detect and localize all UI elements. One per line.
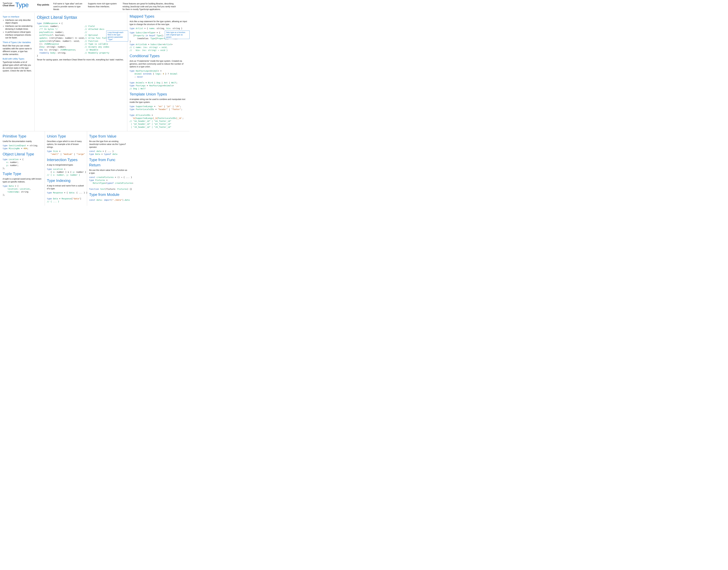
type-from-func-return-title: Type from Func Return [89, 157, 127, 168]
key-points-label: Key points [37, 3, 49, 6]
mapped-types-desc: Acts like a map statement for the type s… [130, 20, 190, 26]
conditional-types-title: Conditional Types [130, 53, 190, 58]
primitive-type-code: type SanitizedInput = string; type Missi… [3, 144, 43, 150]
object-literal-syntax-title: Object Literal Syntax [37, 14, 125, 20]
right-column: Mapped Types Acts like a map statement f… [127, 13, 190, 131]
type-from-value-code: const data = { ... } type Data = typeof … [89, 150, 127, 156]
key-point-2: Supports more rich type-system features … [88, 2, 119, 8]
key-point-3: These features are great for building li… [123, 2, 178, 11]
primitive-type-desc: Useful for documentation mainly [3, 140, 43, 143]
type-indexing-title: Type Indexing [47, 178, 85, 183]
union-type-title: Union Type [47, 133, 85, 139]
type-from-module-code: const data: import("./data").data [89, 199, 127, 201]
mapped-types-title: Mapped Types [130, 14, 190, 19]
union-type-code: type Size = "small" | "medium" | "large" [47, 150, 85, 156]
sidebar: Type vs Interface Interfaces can only de… [3, 13, 34, 131]
tvi-bullet-2: Interfaces can be extended by declaring … [5, 25, 33, 30]
type-vs-interface-list: Interfaces can only describe object shap… [3, 19, 33, 39]
tuple-type-code: type Data = [ location: Location, timest… [3, 185, 43, 196]
type-from-value-title: Type from Value [89, 133, 127, 139]
object-literal-type-title: Object Literal Type [3, 152, 43, 157]
intersection-types-code: type Location = { x: number } & { y: num… [47, 168, 85, 177]
utility-types-title: Build with Utility Types [3, 57, 33, 60]
type-indexing-code: type Response = { data: { ... } } type D… [47, 191, 85, 203]
type-vs-interface-title: Type vs Interface [3, 15, 33, 18]
type-from-value-desc: Re-use the type from an existing JavaScr… [89, 140, 127, 149]
header: TypeScript Cheat Sheet Type Key points F… [3, 1, 190, 12]
key-point-1: Full name is “type alias” and are used t… [53, 2, 84, 11]
logo-line1: TypeScript [3, 2, 14, 4]
primitive-type-title: Primitive Type [3, 133, 43, 139]
tvi-bullet-3: In performance critical types interface … [5, 31, 33, 39]
types-like-variables-body: Much like how you can create variables w… [3, 44, 33, 56]
template-union-types-desc: A template string can be used to combine… [130, 98, 190, 103]
logo-block: TypeScript Cheat Sheet Type [3, 2, 33, 8]
conditional-types-code: type HasFourLegs<Animal> = Animal extend… [130, 69, 190, 90]
intersection-types-title: Intersection Types [47, 157, 85, 163]
type-from-func-return-code: const createFixtures = () ⇒ { ... } type… [89, 176, 127, 191]
union-column: Union Type Describes a type which is one… [45, 131, 87, 206]
template-union-types-title: Template Union Types [130, 91, 190, 97]
type-indexing-desc: A way to extract and name from a subset … [47, 184, 85, 190]
tuple-type-title: Tuple Type [3, 171, 43, 176]
utility-types-body: TypeScript includes a lot of global type… [3, 61, 33, 72]
type-from-module-title: Type from Module [89, 192, 127, 197]
type-from-func-return-desc: Re-use the return value from a function … [89, 169, 127, 175]
union-type-desc: Describes a type which is one of many op… [47, 140, 85, 149]
primitive-column: Primitive Type Useful for documentation … [3, 131, 45, 206]
conditional-types-desc: Acts as “if statements” inside the type … [130, 60, 190, 68]
mapped-annotation-1: Loop through each field in the type gene… [106, 31, 128, 41]
template-union-types-code: type SupportedLangs = "en" | "pt" | "zh"… [130, 105, 190, 128]
tuple-type-desc: A tuple is a special-cased array with kn… [3, 178, 43, 183]
object-literal-syntax-footer: Terser for saving space, see Interface C… [37, 58, 125, 61]
mapped-annotation-2: Sets type as a function with original ty… [165, 31, 190, 39]
type-from-column: Type from Value Re-use the type from an … [87, 131, 129, 206]
logo-main: Type [15, 2, 28, 8]
tvi-bullet-1: Interfaces can only describe object shap… [5, 19, 33, 24]
logo-subtitle: TypeScript Cheat Sheet [3, 2, 14, 7]
intersection-types-desc: A way to merge/extend types [47, 164, 85, 167]
logo-line2: Cheat Sheet [3, 4, 14, 7]
types-like-variables-title: Think of Types Like Variables [3, 41, 33, 44]
object-literal-type-code: type Location = { x: number; y: number; … [3, 158, 43, 170]
artist-type-code: type Artist = { name: string, bio: strin… [130, 27, 190, 30]
